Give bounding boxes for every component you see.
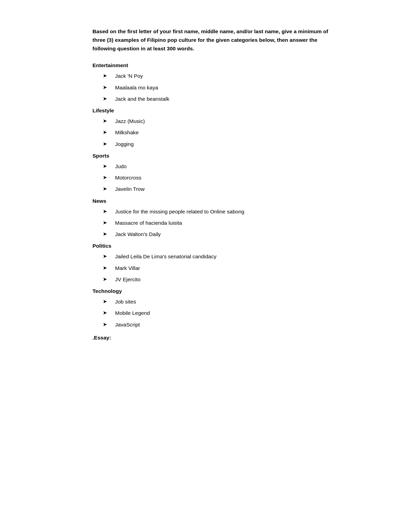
arrow-icon: ➤ bbox=[103, 185, 109, 193]
list-item-text: Javelin Trow bbox=[115, 185, 145, 193]
list-item: ➤Jack and the beanstalk bbox=[92, 95, 332, 103]
category-title-politics: Politics bbox=[92, 243, 332, 249]
list-item-text: Job sites bbox=[115, 298, 136, 306]
list-item: ➤Motorcross bbox=[92, 174, 332, 182]
category-title-sports: Sports bbox=[92, 153, 332, 159]
list-item-text: Massacre of hacienda luisita bbox=[115, 219, 182, 227]
arrow-icon: ➤ bbox=[103, 162, 109, 170]
list-item: ➤Jazz (Music) bbox=[92, 117, 332, 125]
list-item-text: Mobile Legend bbox=[115, 309, 150, 317]
list-item-text: Jack 'N Poy bbox=[115, 72, 143, 80]
arrow-icon: ➤ bbox=[103, 252, 109, 260]
category-title-entertainment: Entertainment bbox=[92, 62, 332, 69]
category-list-politics: ➤Jailed Leila De Lima's senatorial candi… bbox=[92, 252, 332, 283]
list-item: ➤Jogging bbox=[92, 140, 332, 148]
list-item-text: Mark Villar bbox=[115, 264, 140, 272]
essay-label: .Essay: bbox=[92, 335, 332, 341]
list-item-text: Jazz (Music) bbox=[115, 117, 145, 125]
arrow-icon: ➤ bbox=[103, 72, 109, 80]
list-item-text: Jack Walton's Daily bbox=[115, 230, 161, 238]
arrow-icon: ➤ bbox=[103, 275, 109, 283]
list-item-text: JavaScript bbox=[115, 321, 140, 329]
arrow-icon: ➤ bbox=[103, 298, 109, 306]
category-list-news: ➤Justice for the missing people related … bbox=[92, 208, 332, 238]
list-item: ➤Milkshake bbox=[92, 128, 332, 136]
list-item: ➤JavaScript bbox=[92, 321, 332, 329]
list-item-text: Motorcross bbox=[115, 174, 141, 182]
list-item: ➤Massacre of hacienda luisita bbox=[92, 219, 332, 227]
list-item: ➤Jack 'N Poy bbox=[92, 72, 332, 80]
category-section-entertainment: Entertainment➤Jack 'N Poy➤Maalaala mo ka… bbox=[92, 62, 332, 103]
category-list-sports: ➤Judo➤Motorcross➤Javelin Trow bbox=[92, 162, 332, 193]
category-section-politics: Politics➤Jailed Leila De Lima's senatori… bbox=[92, 243, 332, 283]
categories-container: Entertainment➤Jack 'N Poy➤Maalaala mo ka… bbox=[92, 62, 332, 329]
list-item-text: Jack and the beanstalk bbox=[115, 95, 170, 103]
category-list-lifestyle: ➤Jazz (Music)➤Milkshake➤Jogging bbox=[92, 117, 332, 148]
category-section-news: News➤Justice for the missing people rela… bbox=[92, 198, 332, 238]
list-item-text: Jailed Leila De Lima's senatorial candid… bbox=[115, 252, 216, 260]
list-item-text: Maalaala mo kaya bbox=[115, 84, 158, 91]
arrow-icon: ➤ bbox=[103, 309, 109, 317]
category-title-lifestyle: Lifestyle bbox=[92, 108, 332, 114]
list-item: ➤Mark Villar bbox=[92, 264, 332, 272]
list-item-text: Jogging bbox=[115, 140, 134, 148]
list-item: ➤Mobile Legend bbox=[92, 309, 332, 317]
arrow-icon: ➤ bbox=[103, 321, 109, 329]
arrow-icon: ➤ bbox=[103, 84, 109, 91]
category-list-entertainment: ➤Jack 'N Poy➤Maalaala mo kaya➤Jack and t… bbox=[92, 72, 332, 103]
list-item: ➤Job sites bbox=[92, 298, 332, 306]
list-item-text: JV Ejercito bbox=[115, 275, 140, 283]
list-item-text: Justice for the missing people related t… bbox=[115, 208, 244, 215]
arrow-icon: ➤ bbox=[103, 219, 109, 227]
category-section-lifestyle: Lifestyle➤Jazz (Music)➤Milkshake➤Jogging bbox=[92, 108, 332, 148]
list-item-text: Milkshake bbox=[115, 128, 139, 136]
intro-paragraph: Based on the first letter of your first … bbox=[92, 27, 332, 53]
category-section-sports: Sports➤Judo➤Motorcross➤Javelin Trow bbox=[92, 153, 332, 193]
category-list-technology: ➤Job sites➤Mobile Legend➤JavaScript bbox=[92, 298, 332, 329]
arrow-icon: ➤ bbox=[103, 230, 109, 238]
list-item: ➤Jailed Leila De Lima's senatorial candi… bbox=[92, 252, 332, 260]
category-section-technology: Technology➤Job sites➤Mobile Legend➤JavaS… bbox=[92, 288, 332, 329]
category-title-news: News bbox=[92, 198, 332, 204]
list-item: ➤JV Ejercito bbox=[92, 275, 332, 283]
arrow-icon: ➤ bbox=[103, 264, 109, 272]
arrow-icon: ➤ bbox=[103, 140, 109, 148]
list-item: ➤Judo bbox=[92, 162, 332, 170]
list-item: ➤Maalaala mo kaya bbox=[92, 84, 332, 91]
category-title-technology: Technology bbox=[92, 288, 332, 294]
list-item-text: Judo bbox=[115, 162, 127, 170]
list-item: ➤Javelin Trow bbox=[92, 185, 332, 193]
arrow-icon: ➤ bbox=[103, 174, 109, 182]
arrow-icon: ➤ bbox=[103, 208, 109, 215]
list-item: ➤Jack Walton's Daily bbox=[92, 230, 332, 238]
arrow-icon: ➤ bbox=[103, 117, 109, 125]
list-item: ➤Justice for the missing people related … bbox=[92, 208, 332, 215]
arrow-icon: ➤ bbox=[103, 128, 109, 136]
page-container: Based on the first letter of your first … bbox=[58, 0, 353, 368]
arrow-icon: ➤ bbox=[103, 95, 109, 103]
